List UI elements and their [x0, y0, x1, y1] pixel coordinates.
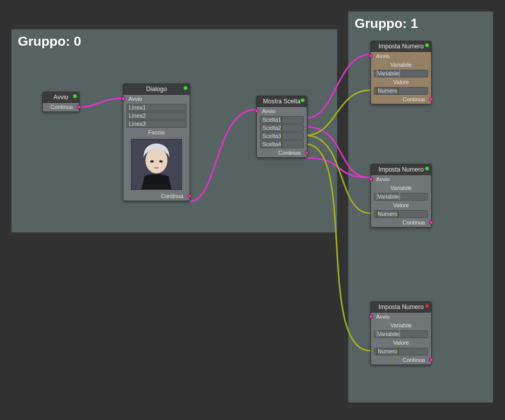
scelta-choice-field[interactable]: Scelta3: [260, 132, 304, 140]
socket-in-icon[interactable]: [369, 54, 373, 58]
val-label: Valore: [371, 201, 431, 210]
group-1-label: Gruppo: 1: [355, 16, 418, 32]
socket-out-icon[interactable]: [399, 70, 400, 77]
socket-out-icon[interactable]: [281, 141, 282, 148]
node-imposta-1-out: Continua: [371, 95, 431, 104]
node-imposta-3-out: Continua: [371, 356, 431, 365]
status-dot-icon: [425, 166, 429, 171]
node-dialogo-header[interactable]: Dialogo: [123, 84, 190, 95]
status-dot-icon: [425, 304, 429, 308]
socket-out-icon[interactable]: [397, 348, 398, 355]
scelta-choice-field[interactable]: Scelta1: [260, 116, 304, 124]
socket-out-icon[interactable]: [281, 132, 282, 139]
field-text: Numero: [378, 211, 397, 217]
node-avvio[interactable]: Avvio Continua: [42, 92, 79, 112]
node-scelta[interactable]: Mostra Scelta Avvio Scelta1 Scelta2 Scel…: [256, 96, 307, 158]
node-imposta-1[interactable]: Imposta Numero Avvio Variabile Variabile…: [370, 41, 432, 104]
group-0-label: Gruppo: 0: [18, 34, 81, 49]
val-field[interactable]: Numero: [374, 87, 428, 95]
node-imposta-2-in: Avvio: [371, 175, 431, 184]
node-scelta-out: Continua: [257, 149, 307, 157]
socket-out-icon[interactable]: [281, 124, 282, 131]
svg-point-3: [159, 160, 163, 163]
node-imposta-2-header[interactable]: Imposta Numero: [371, 164, 431, 175]
node-imposta-1-header[interactable]: Imposta Numero: [371, 41, 431, 52]
node-imposta-3-in: Avvio: [371, 313, 431, 321]
dialogo-line-field[interactable]: Linea1: [126, 104, 187, 111]
node-imposta-2-out: Continua: [371, 218, 431, 227]
status-dot-icon: [183, 86, 188, 90]
socket-out-icon[interactable]: [188, 194, 192, 198]
dialogo-face-label: Faccia: [123, 128, 190, 137]
svg-point-1: [145, 148, 167, 174]
field-text: Variabile: [378, 70, 399, 76]
node-avvio-out: Continua: [43, 103, 79, 111]
label: Continua: [403, 357, 425, 363]
node-avvio-title: Avvio: [54, 94, 68, 101]
var-label: Variabile: [371, 321, 431, 330]
node-scelta-header[interactable]: Mostra Scelta: [257, 96, 307, 107]
svg-point-2: [150, 160, 154, 163]
label: Avvio: [376, 176, 390, 182]
dialogo-line-field[interactable]: Linea2: [126, 112, 187, 120]
label: Continua: [403, 96, 425, 102]
node-imposta-3[interactable]: Imposta Numero Avvio Variabile Variabile…: [370, 301, 432, 365]
scelta-choice-field[interactable]: Scelta4: [260, 141, 304, 148]
status-dot-icon: [73, 94, 77, 98]
field-text: Scelta4: [262, 141, 281, 147]
var-label: Variabile: [371, 184, 431, 192]
socket-out-icon[interactable]: [399, 193, 400, 200]
field-text: Scelta2: [262, 125, 281, 131]
socket-out-icon[interactable]: [429, 358, 433, 362]
socket-out-icon[interactable]: [77, 105, 81, 109]
socket-out-icon[interactable]: [397, 87, 398, 94]
dialogo-face-image[interactable]: [131, 139, 182, 190]
field-text: Numero: [378, 348, 397, 354]
field-text: Variabile: [378, 331, 399, 337]
socket-out-icon[interactable]: [429, 220, 433, 225]
label: Avvio: [376, 314, 390, 320]
node-scelta-in: Avvio: [257, 107, 307, 116]
node-dialogo-title: Dialogo: [146, 86, 167, 93]
node-scelta-title: Mostra Scelta: [263, 98, 300, 105]
field-text: Variabile: [378, 193, 399, 200]
socket-in-icon[interactable]: [121, 97, 125, 101]
field-text: Scelta3: [262, 133, 281, 139]
val-field[interactable]: Numero: [374, 210, 428, 218]
socket-in-icon[interactable]: [369, 177, 373, 181]
node-dialogo-in-label: Avvio: [128, 96, 142, 102]
socket-out-icon[interactable]: [429, 97, 433, 101]
node-dialogo-out: Continua: [123, 192, 190, 201]
node-scelta-out-label: Continua: [278, 150, 301, 156]
scelta-choice-field[interactable]: Scelta2: [260, 124, 304, 132]
socket-in-icon[interactable]: [255, 109, 259, 113]
node-imposta-1-in: Avvio: [371, 52, 431, 61]
var-field[interactable]: Variabile: [374, 193, 428, 201]
socket-out-icon[interactable]: [281, 116, 282, 123]
socket-out-icon[interactable]: [397, 210, 398, 217]
status-dot-icon: [425, 43, 429, 47]
label: Continua: [403, 219, 425, 226]
var-field[interactable]: Variabile: [374, 330, 428, 338]
field-text: Scelta1: [262, 117, 281, 123]
socket-in-icon[interactable]: [369, 315, 373, 319]
node-imposta-2-title: Imposta Numero: [379, 166, 424, 173]
node-imposta-2[interactable]: Imposta Numero Avvio Variabile Variabile…: [370, 164, 432, 228]
val-label: Valore: [371, 78, 431, 87]
node-scelta-in-label: Avvio: [262, 108, 276, 114]
socket-out-icon[interactable]: [399, 330, 400, 338]
node-imposta-3-title: Imposta Numero: [379, 303, 424, 311]
val-label: Valore: [371, 339, 431, 347]
node-imposta-3-header[interactable]: Imposta Numero: [371, 302, 431, 313]
val-field[interactable]: Numero: [374, 348, 428, 355]
node-imposta-1-title: Imposta Numero: [379, 43, 424, 50]
field-text: Numero: [378, 88, 397, 94]
socket-out-icon[interactable]: [305, 151, 309, 155]
label: Avvio: [376, 53, 390, 59]
node-avvio-header[interactable]: Avvio: [43, 92, 79, 103]
node-dialogo[interactable]: Dialogo Avvio Linea1 Linea2 Linea3 Facci…: [123, 83, 190, 201]
var-field[interactable]: Variabile: [374, 70, 428, 77]
dialogo-line-field[interactable]: Linea3: [126, 120, 187, 128]
status-dot-icon: [301, 98, 305, 102]
node-avvio-out-label: Continua: [50, 104, 73, 110]
